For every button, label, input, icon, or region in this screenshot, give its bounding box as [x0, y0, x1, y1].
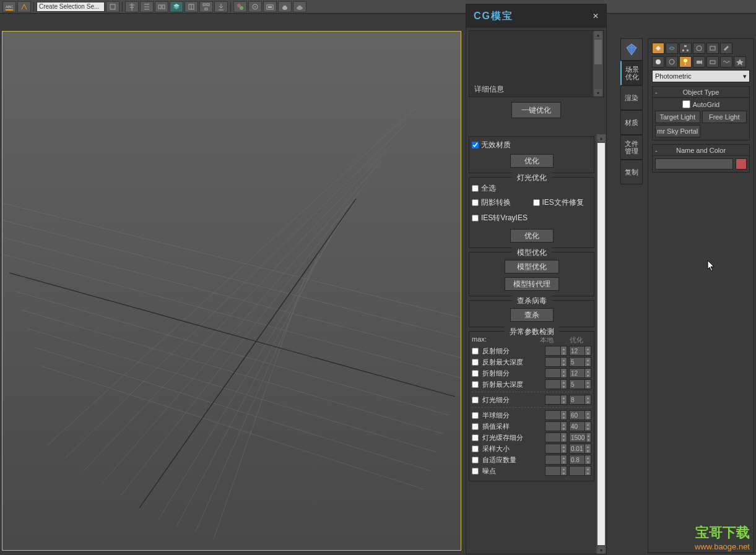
param-opt-spinner[interactable]: 8▴▾ — [569, 395, 591, 405]
autogrid-checkbox[interactable] — [682, 100, 690, 108]
param-opt-spinner[interactable]: 0.01▴▾ — [569, 444, 591, 454]
utilities-tab-icon[interactable] — [720, 43, 732, 54]
ies-fix-checkbox[interactable] — [533, 199, 540, 206]
param-checkbox[interactable] — [472, 457, 479, 463]
object-type-button[interactable]: Free Light — [702, 111, 747, 123]
render-frame-tool[interactable] — [263, 1, 277, 12]
param-opt-spinner[interactable]: 40▴▾ — [569, 421, 591, 431]
shadow-convert-check[interactable]: 阴影转换 — [472, 197, 531, 208]
scroll-thumb[interactable] — [594, 40, 602, 64]
panel-scrollbar[interactable]: ▴ ▾ — [596, 134, 606, 554]
create-tab-icon[interactable] — [652, 43, 664, 54]
param-local-spinner[interactable]: ▴▾ — [545, 455, 567, 465]
side-tab[interactable]: 文件 管理 — [620, 135, 643, 160]
param-opt-spinner[interactable]: 0.8▴▾ — [569, 455, 591, 465]
object-type-button[interactable]: Target Light — [655, 111, 700, 123]
param-checkbox[interactable] — [472, 397, 479, 403]
param-local-spinner[interactable]: ▴▾ — [545, 357, 567, 367]
param-local-spinner[interactable]: ▴▾ — [545, 395, 567, 405]
teapot-tool-1[interactable] — [278, 1, 292, 12]
param-local-spinner[interactable]: ▴▾ — [545, 379, 567, 389]
align-tool-3[interactable] — [155, 1, 168, 12]
param-local-spinner[interactable]: ▴▾ — [545, 368, 567, 378]
object-type-header[interactable]: - Object Type — [653, 87, 749, 98]
model-to-proxy-button[interactable]: 模型转代理 — [505, 277, 559, 291]
close-icon[interactable]: ✕ — [593, 12, 599, 20]
selection-set-dropdown[interactable]: Create Selection Se... — [37, 2, 105, 12]
render-setup-tool[interactable] — [248, 1, 262, 12]
param-local-spinner[interactable]: ▴▾ — [545, 421, 567, 431]
param-local-spinner[interactable]: ▴▾ — [545, 444, 567, 454]
side-tab[interactable]: 场景 优化 — [620, 61, 643, 85]
helpers-cat-icon[interactable] — [706, 56, 719, 67]
invalid-material-check[interactable]: 无效材质 — [472, 140, 591, 150]
tool-btn-2[interactable] — [17, 1, 31, 12]
scroll-down-icon[interactable]: ▾ — [597, 546, 605, 554]
cameras-cat-icon[interactable] — [693, 56, 705, 67]
select-all-check[interactable]: 全选 — [472, 183, 591, 194]
schematic-tool[interactable] — [199, 1, 213, 12]
param-checkbox[interactable] — [472, 359, 479, 366]
ies-fix-check[interactable]: IES文件修复 — [533, 197, 592, 208]
object-color-swatch[interactable] — [736, 158, 747, 170]
side-tab[interactable]: 材质 — [620, 110, 643, 135]
align-tool-2[interactable] — [140, 1, 154, 12]
param-opt-spinner[interactable]: 1500▴▾ — [569, 432, 591, 442]
shadow-convert-checkbox[interactable] — [472, 199, 479, 206]
ies-to-vray-check[interactable]: IES转VrayIES — [472, 213, 531, 223]
viewport-perspective[interactable] — [2, 31, 461, 551]
scroll-down-icon[interactable]: ▾ — [594, 89, 602, 97]
scroll-up-icon[interactable]: ▴ — [597, 134, 605, 142]
param-opt-spinner[interactable]: 12▴▾ — [569, 346, 591, 356]
motion-tab-icon[interactable] — [693, 43, 705, 54]
param-checkbox[interactable] — [472, 348, 479, 355]
modify-tab-icon[interactable] — [666, 43, 678, 54]
param-opt-spinner[interactable]: 60▴▾ — [569, 410, 591, 420]
download-tool[interactable] — [214, 1, 228, 12]
object-name-input[interactable] — [655, 158, 733, 170]
light-optimize-button[interactable]: 优化 — [510, 229, 554, 243]
invalid-material-checkbox[interactable] — [472, 142, 479, 148]
layer-tool[interactable] — [170, 1, 183, 12]
param-local-spinner[interactable]: ▴▾ — [545, 410, 567, 420]
param-checkbox[interactable] — [472, 468, 479, 475]
cg-panel-titlebar[interactable]: CG模宝 ✕ — [466, 4, 606, 28]
param-checkbox[interactable] — [472, 423, 479, 430]
param-opt-spinner[interactable]: 12▴▾ — [569, 368, 591, 378]
object-type-button[interactable]: mr Sky Portal — [655, 125, 700, 137]
plugin-logo-icon[interactable] — [620, 38, 643, 61]
detail-scrollbar[interactable]: ▴ ▾ — [593, 31, 603, 97]
shapes-cat-icon[interactable] — [666, 56, 678, 67]
side-tab[interactable]: 复制 — [620, 160, 643, 184]
param-local-spinner[interactable]: ▴▾ — [545, 346, 567, 356]
tool-btn-g[interactable] — [185, 1, 198, 12]
scroll-up-icon[interactable]: ▴ — [594, 31, 602, 38]
material-tool[interactable] — [233, 1, 247, 12]
param-checkbox[interactable] — [472, 412, 479, 419]
display-tab-icon[interactable] — [706, 43, 719, 54]
hierarchy-tab-icon[interactable] — [679, 43, 692, 54]
systems-cat-icon[interactable] — [734, 56, 746, 67]
teapot-tool-2[interactable] — [293, 1, 306, 12]
geometry-cat-icon[interactable] — [652, 56, 664, 67]
scroll-track[interactable] — [597, 143, 605, 545]
model-optimize-button[interactable]: 模型优化 — [505, 260, 559, 273]
param-local-spinner[interactable]: ▴▾ — [545, 466, 567, 476]
param-opt-spinner[interactable]: 5▴▾ — [569, 357, 591, 367]
category-dropdown[interactable]: Photometric ▾ — [652, 70, 750, 82]
name-color-header[interactable]: - Name and Color — [653, 145, 749, 156]
material-optimize-button[interactable]: 优化 — [510, 154, 554, 168]
param-checkbox[interactable] — [472, 381, 479, 388]
virus-scan-button[interactable]: 查杀 — [510, 308, 554, 322]
ies-to-vray-checkbox[interactable] — [472, 215, 479, 222]
align-tool-1[interactable] — [125, 1, 139, 12]
param-opt-spinner[interactable]: ▴▾ — [569, 466, 591, 476]
one-click-optimize-button[interactable]: 一键优化 — [511, 102, 561, 118]
tool-btn-3[interactable] — [106, 1, 119, 12]
param-opt-spinner[interactable]: 5▴▾ — [569, 379, 591, 389]
param-checkbox[interactable] — [472, 445, 479, 452]
tool-btn-1[interactable]: ABC — [2, 1, 16, 12]
spacewarps-cat-icon[interactable] — [720, 56, 732, 67]
param-checkbox[interactable] — [472, 370, 479, 377]
param-checkbox[interactable] — [472, 434, 479, 441]
